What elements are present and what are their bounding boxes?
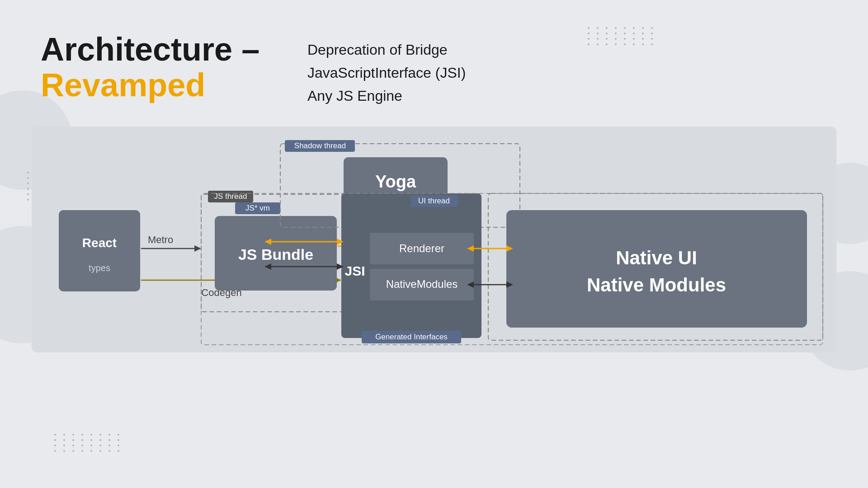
renderer-label: Renderer [399, 242, 444, 254]
js-bundle-label: JS Bundle [238, 246, 313, 263]
generated-interfaces-label: Generated Interfaces [375, 333, 448, 341]
dot-grid-top [588, 27, 656, 45]
info-item-1: Deprecation of Bridge [307, 38, 466, 61]
dot-grid-bottom [54, 434, 123, 452]
native-ui-label: Native UI [616, 247, 697, 268]
diagram-svg: React types Metro Codegen JS thread JS* … [32, 127, 836, 352]
diagram-wrapper: React types Metro Codegen JS thread JS* … [32, 127, 836, 352]
svg-rect-0 [59, 210, 140, 291]
title-line2: Revamped [41, 67, 259, 103]
info-list: Deprecation of Bridge JavaScriptInterfac… [307, 38, 466, 108]
shadow-thread-label: Shadow thread [294, 141, 346, 150]
js-vm-label: JS* vm [245, 204, 270, 212]
metro-label: Metro [148, 234, 173, 245]
title-section: Architecture – Revamped [41, 32, 259, 103]
types-label: types [89, 263, 110, 273]
native-modules-box-label: NativeModules [386, 278, 458, 290]
info-item-3: Any JS Engine [307, 84, 466, 108]
native-modules-label: Native Modules [587, 274, 726, 296]
react-label: React [82, 236, 117, 250]
title-line1: Architecture – [41, 32, 259, 67]
yoga-label: Yoga [375, 172, 416, 191]
svg-marker-2 [194, 245, 201, 252]
svg-rect-29 [506, 210, 807, 328]
ui-thread-label: UI thread [418, 197, 450, 205]
jsi-label: JSI [344, 263, 365, 278]
info-item-2: JavaScriptInterface (JSI) [307, 61, 466, 84]
